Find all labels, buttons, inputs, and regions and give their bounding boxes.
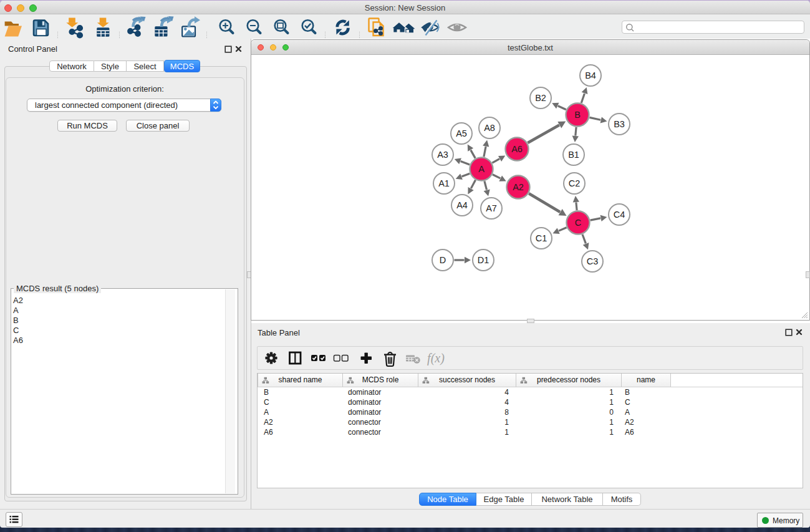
svg-text:A4: A4	[456, 200, 468, 210]
svg-text:C: C	[575, 218, 581, 228]
svg-text:B3: B3	[614, 119, 625, 129]
svg-text:B4: B4	[585, 70, 596, 80]
svg-text:B1: B1	[568, 150, 579, 160]
svg-text:A1: A1	[438, 178, 450, 188]
svg-text:C2: C2	[569, 178, 581, 188]
svg-text:A2: A2	[513, 182, 524, 192]
svg-text:f(x): f(x)	[427, 351, 445, 365]
svg-text:A6: A6	[511, 144, 523, 154]
svg-text:B2: B2	[535, 93, 546, 103]
svg-text:D: D	[440, 255, 446, 265]
svg-text:C4: C4	[614, 210, 625, 220]
svg-text:A5: A5	[456, 128, 467, 138]
svg-text:A3: A3	[437, 150, 448, 160]
svg-text:C3: C3	[587, 256, 599, 266]
svg-text:A7: A7	[486, 203, 497, 213]
svg-text:A: A	[478, 164, 485, 174]
svg-text:B: B	[574, 110, 581, 120]
svg-text:C1: C1	[536, 233, 547, 243]
svg-text:D1: D1	[478, 255, 489, 265]
svg-text:A8: A8	[484, 123, 495, 133]
